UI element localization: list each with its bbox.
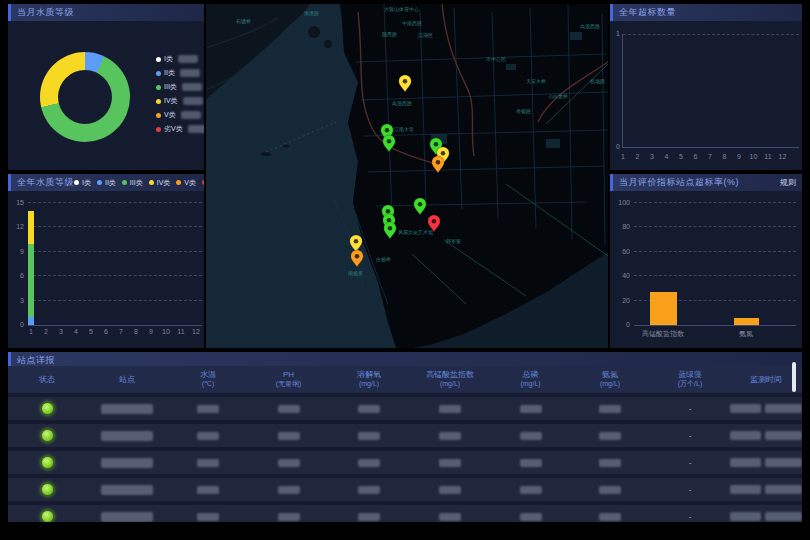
stacked-bar-segment[interactable] bbox=[28, 211, 34, 244]
count-panel-header: 全年超标数量 bbox=[610, 4, 802, 21]
exceed-rate-bar-chart[interactable] bbox=[634, 203, 796, 326]
y-tick-label: 1 bbox=[612, 30, 620, 37]
cell-algae: - bbox=[650, 485, 730, 494]
table-row[interactable]: - bbox=[8, 397, 802, 420]
column-name: 总磷 bbox=[491, 370, 570, 380]
map-label: 薛家里 bbox=[446, 238, 461, 244]
redacted-value bbox=[188, 125, 204, 133]
redacted-value bbox=[439, 432, 461, 440]
exceed-count-panel: 全年超标数量 10 123456789101112 bbox=[610, 4, 802, 170]
rate-bar[interactable] bbox=[650, 292, 677, 325]
y-tick-label: 12 bbox=[10, 223, 24, 230]
map-label: 天安大桥 bbox=[526, 78, 546, 84]
cell-time bbox=[730, 485, 802, 494]
y-tick-label: 0 bbox=[10, 321, 24, 328]
dashboard: 当月水质等级 I类II类III类IV类V类劣V类 全年水质等级 I类II类III… bbox=[0, 0, 810, 540]
cell-oxygen bbox=[329, 513, 409, 521]
redacted-value bbox=[178, 55, 198, 63]
y-tick-label: 60 bbox=[610, 248, 630, 255]
cell-status bbox=[8, 456, 86, 469]
x-tick-label: 5 bbox=[675, 153, 687, 160]
y-tick-label: 6 bbox=[10, 272, 24, 279]
legend-dot bbox=[97, 180, 102, 185]
x-tick-label: 7 bbox=[115, 328, 127, 335]
cell-temp bbox=[168, 513, 248, 521]
y-tick-label: 20 bbox=[610, 297, 630, 304]
column-header: 水温(℃) bbox=[168, 370, 248, 389]
x-tick-label: 10 bbox=[160, 328, 172, 335]
station-table-panel: 站点详报 状态站点水温(℃)PH(无量纲)溶解氧(mg/L)高锰酸盐指数(mg/… bbox=[8, 352, 802, 522]
rate-panel-title: 当月评价指标站点超标率(%) bbox=[619, 176, 739, 189]
map-label: 渔港路 bbox=[304, 10, 319, 17]
redacted-value bbox=[358, 486, 380, 494]
redacted-value bbox=[182, 83, 202, 91]
pie-panel-title: 当月水质等级 bbox=[17, 6, 74, 19]
redacted-value bbox=[278, 432, 300, 440]
redacted-value bbox=[520, 486, 542, 494]
redacted-value bbox=[197, 432, 219, 440]
redacted-value bbox=[730, 458, 761, 467]
x-tick-label: 8 bbox=[130, 328, 142, 335]
city-map[interactable]: 石塘桥渔港路大箕山体育中心中南西路隐秀路滨湖区高浪西路市中心区天安大桥机场路小白… bbox=[206, 4, 608, 348]
table-row[interactable]: - bbox=[8, 424, 802, 447]
x-tick-label: 11 bbox=[762, 153, 774, 160]
redacted-value bbox=[358, 432, 380, 440]
y-tick-label: 0 bbox=[610, 321, 630, 328]
column-unit: (无量纲) bbox=[248, 380, 329, 389]
table-row[interactable]: - bbox=[8, 478, 802, 501]
rules-link[interactable]: 规则 bbox=[780, 177, 796, 188]
cell-ph bbox=[248, 432, 329, 440]
gridline bbox=[623, 34, 799, 35]
x-tick-label: 6 bbox=[690, 153, 702, 160]
column-name: 氨氮 bbox=[570, 370, 650, 380]
map-label: 中南西路 bbox=[402, 20, 422, 27]
legend-dot bbox=[156, 99, 161, 104]
redacted-value bbox=[278, 513, 300, 521]
redacted-value bbox=[599, 432, 621, 440]
legend-item: I类 bbox=[156, 54, 204, 64]
redacted-value bbox=[520, 432, 542, 440]
table-row[interactable]: - bbox=[8, 451, 802, 474]
x-tick-label: 3 bbox=[646, 153, 658, 160]
exceed-count-chart[interactable] bbox=[622, 34, 799, 148]
stacked-bar-segment[interactable] bbox=[28, 317, 34, 325]
x-tick-label: 4 bbox=[661, 153, 673, 160]
legend-label: 劣V类 bbox=[164, 124, 183, 134]
cell-oxygen bbox=[329, 432, 409, 440]
redacted-value bbox=[180, 69, 200, 77]
gridline bbox=[28, 300, 202, 301]
cell-oxygen bbox=[329, 486, 409, 494]
cell-status bbox=[8, 402, 86, 415]
redacted-value bbox=[197, 486, 219, 494]
legend-item: IV类 bbox=[156, 96, 204, 106]
year-grade-bar-chart[interactable] bbox=[28, 203, 202, 326]
cell-ph bbox=[248, 513, 329, 521]
cell-phosphorus bbox=[491, 459, 570, 467]
cell-status bbox=[8, 429, 86, 442]
table-scrollbar-thumb[interactable] bbox=[792, 362, 796, 392]
map-label: 江南大学 bbox=[394, 126, 414, 133]
redacted-value bbox=[765, 485, 802, 494]
redacted-value bbox=[439, 486, 461, 494]
y-tick-label: 9 bbox=[10, 248, 24, 255]
status-indicator bbox=[41, 402, 54, 415]
cell-station bbox=[86, 458, 168, 468]
legend-item: II类 bbox=[97, 178, 116, 188]
redacted-value bbox=[599, 513, 621, 521]
legend-dot bbox=[202, 180, 204, 185]
redacted-value bbox=[730, 512, 761, 521]
table-row[interactable]: - bbox=[8, 505, 802, 522]
redacted-value bbox=[520, 405, 542, 413]
stacked-bar-segment[interactable] bbox=[28, 244, 34, 317]
water-grade-donut-chart[interactable] bbox=[40, 52, 130, 142]
status-indicator bbox=[41, 483, 54, 496]
status-indicator bbox=[41, 429, 54, 442]
x-tick-label: 8 bbox=[719, 153, 731, 160]
gridline bbox=[634, 226, 796, 227]
table-header-row: 状态站点水温(℃)PH(无量纲)溶解氧(mg/L)高锰酸盐指数(mg/L)总磷(… bbox=[8, 366, 802, 393]
rate-bar[interactable] bbox=[734, 318, 759, 325]
cell-algae: - bbox=[650, 512, 730, 521]
gridline bbox=[634, 275, 796, 276]
map-label: 高浪西路 bbox=[580, 23, 600, 30]
column-name: PH bbox=[248, 370, 329, 380]
